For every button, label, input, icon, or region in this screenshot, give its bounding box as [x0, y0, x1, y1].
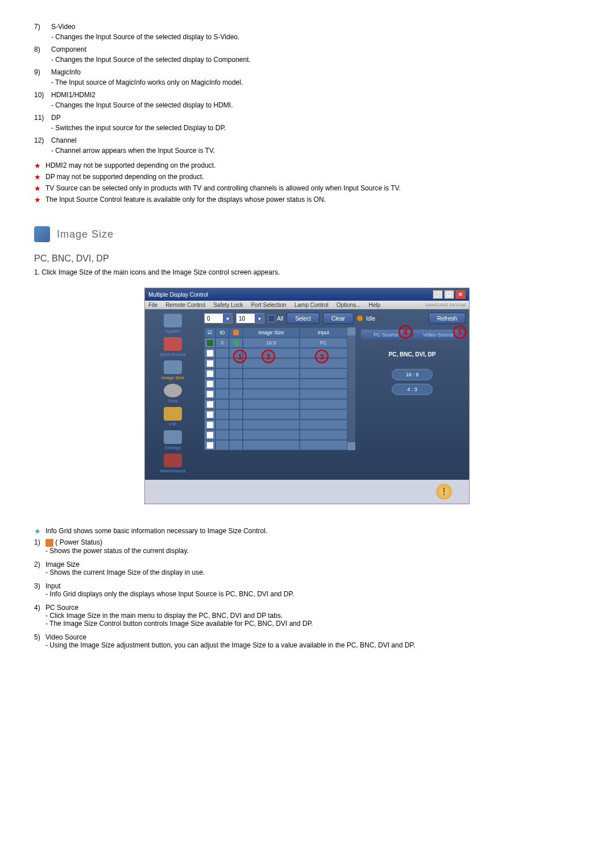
sidebar-item-time[interactable]: Time — [149, 383, 197, 405]
list-desc: - Shows the current Image Size of the di… — [45, 568, 500, 576]
ratio-4-3-button[interactable]: 4 : 3 — [392, 384, 433, 395]
tab-pc-source[interactable]: PC Source 4 — [361, 330, 411, 340]
sidebar-item-label: Image Size — [161, 375, 184, 380]
checkbox-icon — [206, 339, 214, 347]
minimize-button[interactable]: _ — [433, 290, 443, 299]
menu-file[interactable]: File — [148, 302, 157, 308]
star-note: Info Grid shows some basic information n… — [34, 527, 580, 535]
menu-port[interactable]: Port Selection — [251, 302, 286, 308]
sidebar-item-label: Time — [168, 398, 177, 404]
power-icon — [233, 330, 239, 335]
right-panel-title: PC, BNC, DVI, DP — [361, 351, 463, 358]
list-num: 8) — [34, 45, 51, 53]
list-desc: - Switches the input source for the sele… — [51, 124, 506, 132]
table-row[interactable]: 0 1 16:9 2 PC 3 — [204, 338, 347, 348]
close-button[interactable]: ✕ — [455, 290, 466, 299]
row-checkbox[interactable] — [204, 338, 215, 348]
ratio-16-9-button[interactable]: 16 : 9 — [392, 369, 433, 380]
checkbox-icon — [268, 315, 275, 322]
refresh-button[interactable]: Refresh — [429, 313, 466, 324]
list-num: 5) — [34, 633, 45, 641]
maximize-button[interactable]: ☐ — [444, 290, 454, 299]
sidebar-item-image-size[interactable]: Image Size — [149, 359, 197, 381]
callout-2: 2 — [262, 350, 275, 363]
section-header: Image Size — [34, 226, 580, 242]
idle-indicator-icon — [357, 315, 363, 321]
info-icon: ! — [436, 484, 452, 500]
sidebar-item-maintenance[interactable]: Maintenance — [149, 452, 197, 475]
step-text: 1. Click Image Size of the main icons an… — [34, 268, 580, 276]
list-num: 12) — [34, 136, 51, 144]
list-title: HDMI1/HDMI2 — [51, 91, 96, 99]
list-num: 10) — [34, 91, 51, 99]
brand-label: SAMSUNG DIGITall — [425, 302, 466, 308]
tab-video-source[interactable]: Video Source 5 — [413, 330, 463, 340]
col-id: ID — [215, 327, 229, 338]
list-desc: - Using the Image Size adjustment button… — [45, 641, 500, 649]
scroll-up-icon[interactable] — [347, 327, 355, 335]
time-icon — [164, 384, 182, 397]
all-checkbox[interactable]: All — [268, 315, 283, 322]
chevron-down-icon: ▾ — [223, 314, 232, 323]
checkbox-icon — [206, 431, 214, 439]
checkbox-icon — [206, 391, 214, 398]
star-note: HDMI2 may not be supported depending on … — [34, 161, 580, 169]
titlebar: Multiple Display Control _ ☐ ✕ — [145, 288, 469, 301]
sidebar-item-label: PIP — [169, 422, 177, 427]
sidebar-item-input[interactable]: Input Source — [149, 336, 197, 358]
input-source-icon — [164, 337, 182, 351]
col-image-size: Image Size — [243, 327, 300, 338]
sidebar-item-system[interactable]: System — [149, 313, 197, 335]
idle-label: Idle — [366, 315, 375, 322]
checkbox-icon — [206, 401, 214, 408]
section-title: Image Size — [57, 229, 114, 240]
menu-lamp[interactable]: Lamp Control — [294, 302, 329, 308]
checkbox-icon — [206, 370, 214, 377]
checkbox-icon — [206, 421, 214, 429]
list-num: 4) — [34, 604, 45, 612]
system-icon — [164, 314, 182, 327]
callout-1: 1 — [233, 350, 247, 363]
clear-button[interactable]: Clear — [323, 313, 354, 324]
list-title: Component — [51, 45, 86, 53]
list-desc: - Channel arrow appears when the Input S… — [51, 147, 506, 155]
settings-icon — [164, 430, 182, 444]
dropdown-to[interactable]: 10▾ — [236, 313, 264, 323]
list-desc: - Changes the Input Source of the select… — [51, 56, 506, 64]
col-power — [229, 327, 243, 338]
scrollbar[interactable] — [347, 327, 355, 450]
row-id: 0 — [215, 338, 229, 348]
callout-5: 5 — [453, 325, 467, 339]
list-num: 2) — [34, 560, 45, 568]
sidebar-item-pip[interactable]: PIP — [149, 406, 197, 428]
menu-remote[interactable]: Remote Control — [165, 302, 205, 308]
list-desc: - Click Image Size in the main menu to d… — [45, 612, 500, 620]
scroll-down-icon[interactable] — [347, 442, 355, 450]
list-desc: - Changes the Input Source of the select… — [51, 101, 506, 109]
list-desc: - Shows the power status of the current … — [45, 547, 500, 555]
menu-safety[interactable]: Safety Lock — [213, 302, 243, 308]
menu-options[interactable]: Options... — [337, 302, 361, 308]
power-on-icon — [233, 340, 239, 346]
callout-3: 3 — [315, 350, 329, 363]
status-bar: ! — [145, 480, 469, 504]
checkbox-icon — [206, 411, 214, 418]
pip-icon — [164, 407, 182, 421]
dropdown-from[interactable]: 0▾ — [204, 313, 233, 323]
sidebar-item-label: Input Source — [160, 352, 185, 357]
col-check: ☑ — [204, 327, 215, 338]
sidebar-item-label: Maintenance — [160, 468, 186, 474]
list-num: 11) — [34, 114, 51, 122]
list-title: ( Power Status) — [55, 538, 102, 546]
list-num: 1) — [34, 538, 45, 546]
list-desc: - The Input source of MagicInfo works on… — [51, 78, 506, 86]
list-title: Image Size — [45, 560, 80, 568]
checkbox-icon — [206, 360, 214, 367]
list-title: Input — [45, 582, 61, 590]
image-size-icon — [34, 226, 50, 242]
star-note: The Input Source Control feature is avai… — [34, 196, 580, 203]
select-button[interactable]: Select — [287, 313, 320, 324]
sidebar-item-settings[interactable]: Settings — [149, 429, 197, 451]
menu-help[interactable]: Help — [369, 302, 381, 308]
checkbox-icon — [206, 380, 214, 388]
